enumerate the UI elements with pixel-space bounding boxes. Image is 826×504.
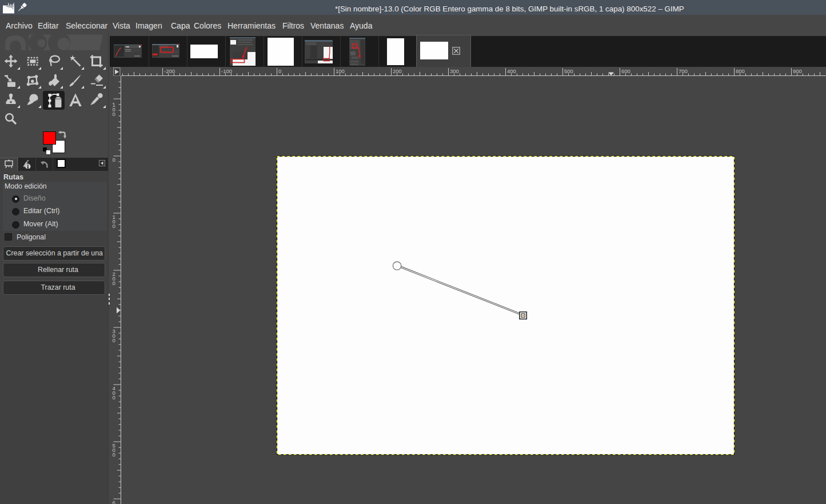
svg-text:700: 700 bbox=[679, 68, 688, 74]
svg-text:6: 6 bbox=[113, 499, 115, 504]
svg-text:-200: -200 bbox=[164, 68, 175, 74]
svg-text:300: 300 bbox=[450, 68, 459, 74]
svg-text:0: 0 bbox=[113, 223, 115, 229]
svg-text:0: 0 bbox=[113, 394, 115, 401]
svg-text:0: 0 bbox=[113, 157, 115, 163]
svg-text:0: 0 bbox=[113, 451, 115, 458]
svg-text:400: 400 bbox=[507, 68, 516, 74]
svg-text:900: 900 bbox=[793, 68, 802, 74]
svg-text:800: 800 bbox=[736, 68, 745, 74]
svg-text:-100: -100 bbox=[221, 68, 232, 74]
svg-text:500: 500 bbox=[564, 68, 573, 74]
svg-text:0: 0 bbox=[278, 68, 281, 74]
svg-text:200: 200 bbox=[393, 68, 402, 74]
svg-text:0: 0 bbox=[113, 337, 115, 343]
svg-text:0: 0 bbox=[113, 111, 115, 117]
svg-text:0: 0 bbox=[113, 280, 115, 286]
svg-text:600: 600 bbox=[621, 68, 631, 74]
svg-text:100: 100 bbox=[336, 68, 345, 74]
